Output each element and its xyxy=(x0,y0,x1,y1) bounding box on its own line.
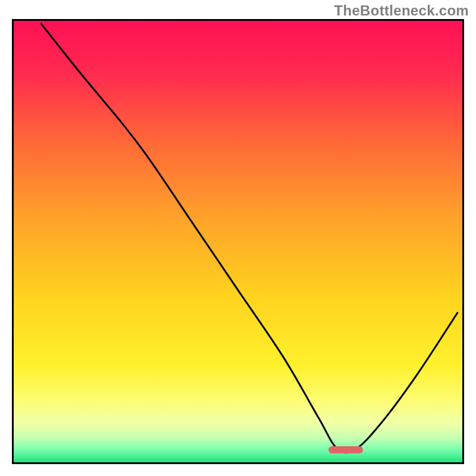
watermark-text: TheBottleneck.com xyxy=(334,2,469,19)
plot-area xyxy=(12,19,464,464)
optimal-range-marker xyxy=(328,446,362,453)
chart-frame: TheBottleneck.com xyxy=(0,0,476,476)
curve-layer xyxy=(14,21,462,462)
bottleneck-curve xyxy=(40,23,458,453)
